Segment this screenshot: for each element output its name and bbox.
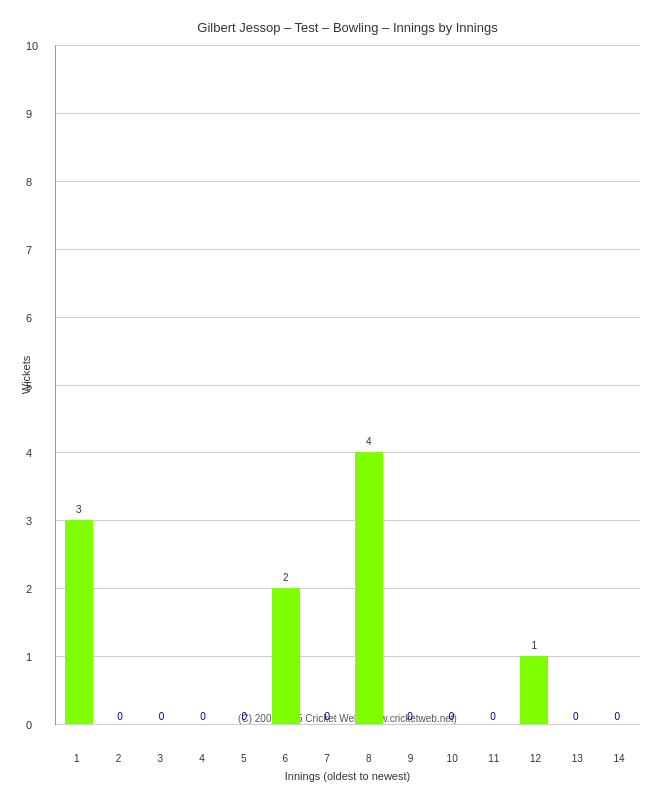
x-label-12: 12 [516,753,556,764]
bar-group-5: 0 [224,45,264,724]
bar-group-2: 0 [100,45,140,724]
x-label-9: 9 [390,753,430,764]
y-label-0: 0 [26,719,32,731]
y-label-10: 10 [26,40,38,52]
x-label-4: 4 [182,753,222,764]
bar-zero-label-3: 0 [159,711,165,722]
bars-area: 3 0 0 0 0 [56,45,640,724]
bar-zero-label-10: 0 [449,711,455,722]
chart-title: Gilbert Jessop – Test – Bowling – Inning… [55,20,640,35]
y-label-4: 4 [26,447,32,459]
bar-zero-label-4: 0 [200,711,206,722]
bar-group-12: 1 [514,45,554,724]
bar-zero-label-7: 0 [324,711,330,722]
bar-group-3: 0 [142,45,182,724]
bar-12: 1 [520,656,548,724]
bar-group-14: 0 [597,45,637,724]
bar-group-6: 2 [266,45,306,724]
x-label-6: 6 [265,753,305,764]
x-label-13: 13 [557,753,597,764]
bar-group-8: 4 [349,45,389,724]
x-label-3: 3 [140,753,180,764]
bar-group-4: 0 [183,45,223,724]
bar-label-8: 4 [355,436,383,447]
grid-line-0: 0 [56,724,640,725]
y-label-6: 6 [26,312,32,324]
bar-zero-label-13: 0 [573,711,579,722]
y-label-3: 3 [26,515,32,527]
x-labels: 1 2 3 4 5 6 7 8 9 10 11 12 13 14 [56,753,640,764]
x-label-14: 14 [599,753,639,764]
bar-group-13: 0 [556,45,596,724]
x-label-7: 7 [307,753,347,764]
bar-group-11: 0 [473,45,513,724]
bar-label-6: 2 [272,572,300,583]
x-label-2: 2 [99,753,139,764]
bar-zero-label-14: 0 [614,711,620,722]
x-label-10: 10 [432,753,472,764]
bar-label-1: 3 [65,504,93,515]
chart-container: Gilbert Jessop – Test – Bowling – Inning… [0,0,650,800]
bar-8: 4 [355,452,383,724]
bar-zero-label-2: 0 [117,711,123,722]
x-label-1: 1 [57,753,97,764]
y-label-7: 7 [26,244,32,256]
bar-group-9: 0 [390,45,430,724]
x-label-11: 11 [474,753,514,764]
bar-zero-label-11: 0 [490,711,496,722]
x-axis-title: Innings (oldest to newest) [55,770,640,782]
y-label-8: 8 [26,176,32,188]
y-label-5: 5 [26,380,32,392]
y-label-2: 2 [26,583,32,595]
bar-1: 3 [65,520,93,724]
y-label-9: 9 [26,108,32,120]
x-label-8: 8 [349,753,389,764]
bar-6: 2 [272,588,300,724]
bar-zero-label-5: 0 [242,711,248,722]
y-label-1: 1 [26,651,32,663]
chart-area: 10 9 8 7 6 5 4 3 2 1 0 3 0 [55,45,640,725]
bar-label-12: 1 [520,640,548,651]
bar-group-1: 3 [59,45,99,724]
bar-zero-label-9: 0 [407,711,413,722]
x-label-5: 5 [224,753,264,764]
bar-group-7: 0 [307,45,347,724]
bar-group-10: 0 [432,45,472,724]
